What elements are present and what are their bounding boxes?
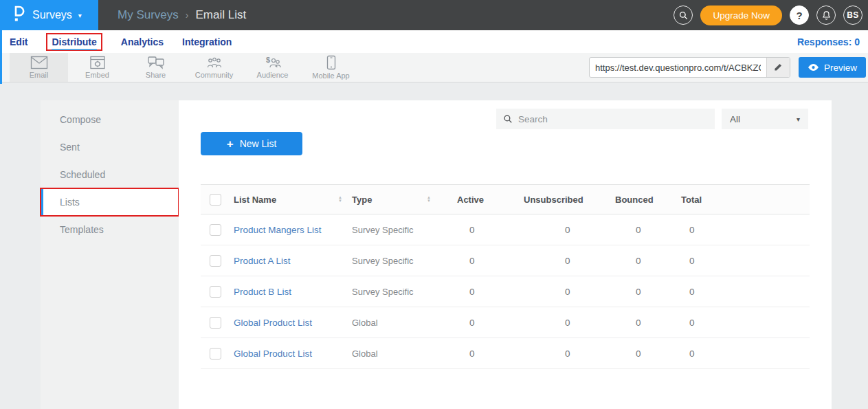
page-title: Email List — [195, 8, 246, 22]
table-row: Product A List Survey Specific 0 0 0 0 — [201, 245, 810, 276]
channel-email[interactable]: Email — [10, 53, 68, 82]
survey-nav: Edit Distribute Analytics Integration Re… — [0, 30, 868, 53]
table-row: Product B List Survey Specific 0 0 0 0 — [201, 276, 810, 307]
row-checkbox[interactable] — [210, 286, 221, 298]
active-count: 0 — [457, 256, 524, 266]
list-name-link[interactable]: Product A List — [234, 256, 352, 266]
top-bar-actions: Upgrade Now ? BS — [674, 5, 868, 25]
unsubscribed-count: 0 — [524, 318, 615, 328]
unsubscribed-count: 0 — [524, 287, 615, 297]
survey-url-group — [589, 57, 790, 78]
survey-url-input[interactable] — [590, 63, 766, 73]
channel-audience[interactable]: $ Audience — [243, 53, 302, 82]
breadcrumb-parent[interactable]: My Surveys — [118, 8, 179, 22]
email-sidebar: Compose Sent Scheduled Lists Templates — [41, 100, 179, 409]
row-checkbox[interactable] — [210, 224, 221, 236]
product-switcher[interactable]: Surveys ▾ — [0, 0, 98, 30]
row-checkbox[interactable] — [210, 348, 221, 360]
row-checkbox[interactable] — [210, 255, 221, 267]
tab-integration[interactable]: Integration — [182, 35, 232, 49]
list-type: Global — [352, 349, 457, 359]
search-box — [496, 109, 715, 129]
edit-url-button[interactable] — [766, 58, 790, 77]
email-lists-card: Compose Sent Scheduled Lists Templates A… — [41, 100, 832, 409]
search-button[interactable] — [674, 5, 693, 25]
page-body: Compose Sent Scheduled Lists Templates A… — [0, 82, 868, 409]
channel-label: Mobile App — [312, 71, 349, 80]
eye-icon — [808, 63, 819, 71]
list-table-body: Product Mangers List Survey Specific 0 0… — [201, 214, 810, 369]
distribute-highlight-box: Distribute — [46, 33, 102, 51]
preview-button[interactable]: Preview — [799, 57, 866, 78]
tab-edit[interactable]: Edit — [10, 35, 27, 49]
user-avatar[interactable]: BS — [843, 5, 863, 25]
breadcrumb-separator: › — [186, 10, 189, 21]
app-window: Surveys ▾ My Surveys › Email List Upgrad… — [0, 0, 868, 409]
bounced-count: 0 — [615, 318, 681, 328]
list-name-link[interactable]: Product B List — [234, 287, 352, 297]
column-type: Type ▲▼ — [352, 195, 457, 205]
filter-row: All ▾ — [201, 109, 808, 129]
pencil-icon — [773, 63, 783, 72]
column-bounced: Bounced — [615, 195, 681, 205]
list-type: Survey Specific — [352, 287, 457, 297]
channel-label: Email — [30, 71, 49, 79]
table-row: Product Mangers List Survey Specific 0 0… — [201, 214, 810, 245]
list-type-filter[interactable]: All ▾ — [722, 109, 808, 129]
sidebar-item-scheduled[interactable]: Scheduled — [41, 161, 179, 188]
channel-share[interactable]: Share — [126, 53, 185, 82]
total-count: 0 — [681, 225, 810, 235]
community-icon — [205, 56, 223, 69]
search-input[interactable] — [518, 114, 708, 124]
share-icon — [147, 56, 165, 69]
plus-icon: + — [227, 138, 234, 150]
new-list-button[interactable]: + New List — [201, 132, 302, 155]
help-button[interactable]: ? — [790, 5, 809, 25]
question-mark-icon: ? — [796, 10, 802, 21]
responses-count[interactable]: Responses: 0 — [797, 36, 860, 47]
sidebar-item-compose[interactable]: Compose — [41, 106, 179, 133]
channel-mobile-app[interactable]: Mobile App — [302, 53, 360, 82]
active-count: 0 — [457, 349, 524, 359]
channel-embed[interactable]: Embed — [68, 53, 126, 82]
left-edge-accent — [0, 30, 2, 84]
total-count: 0 — [681, 256, 810, 266]
table-row: Global Product List Global 0 0 0 0 — [201, 307, 810, 338]
lists-content: All ▾ + New List List Name ▲▼ — [179, 100, 832, 409]
sidebar-item-sent[interactable]: Sent — [41, 133, 179, 161]
sidebar-item-lists[interactable]: Lists — [41, 188, 179, 216]
email-icon — [30, 56, 48, 69]
row-checkbox[interactable] — [210, 317, 221, 329]
bounced-count: 0 — [615, 287, 681, 297]
channel-label: Community — [195, 71, 234, 79]
tab-distribute[interactable]: Distribute — [52, 35, 96, 50]
filter-value: All — [730, 114, 740, 124]
unsubscribed-count: 0 — [524, 225, 615, 235]
sort-icon[interactable]: ▲▼ — [338, 196, 342, 203]
sidebar-item-templates[interactable]: Templates — [41, 216, 179, 243]
column-unsubscribed: Unsubscribed — [524, 195, 615, 205]
search-icon — [503, 114, 513, 124]
channel-community[interactable]: Community — [185, 53, 243, 82]
audience-icon: $ — [264, 56, 282, 69]
tab-analytics[interactable]: Analytics — [121, 35, 164, 49]
list-name-link[interactable]: Global Product List — [234, 349, 352, 359]
product-label: Surveys — [32, 9, 72, 21]
breadcrumb: My Surveys › Email List — [118, 8, 246, 22]
mobile-app-icon — [326, 55, 336, 70]
bounced-count: 0 — [615, 349, 681, 359]
active-count: 0 — [457, 225, 524, 235]
total-count: 0 — [681, 287, 810, 297]
svg-text:$: $ — [266, 56, 270, 64]
notifications-button[interactable] — [816, 5, 836, 25]
table-header-row: List Name ▲▼ Type ▲▼ Active Unsubscribed… — [201, 184, 810, 214]
list-name-link[interactable]: Global Product List — [234, 318, 352, 328]
questionpro-logo-icon — [11, 5, 26, 25]
lists-table: List Name ▲▼ Type ▲▼ Active Unsubscribed… — [201, 184, 810, 369]
select-all-checkbox[interactable] — [210, 194, 221, 206]
list-name-link[interactable]: Product Mangers List — [234, 225, 352, 235]
active-count: 0 — [457, 287, 524, 297]
embed-icon — [89, 56, 106, 69]
sort-icon[interactable]: ▲▼ — [427, 196, 431, 203]
upgrade-now-button[interactable]: Upgrade Now — [700, 5, 782, 25]
